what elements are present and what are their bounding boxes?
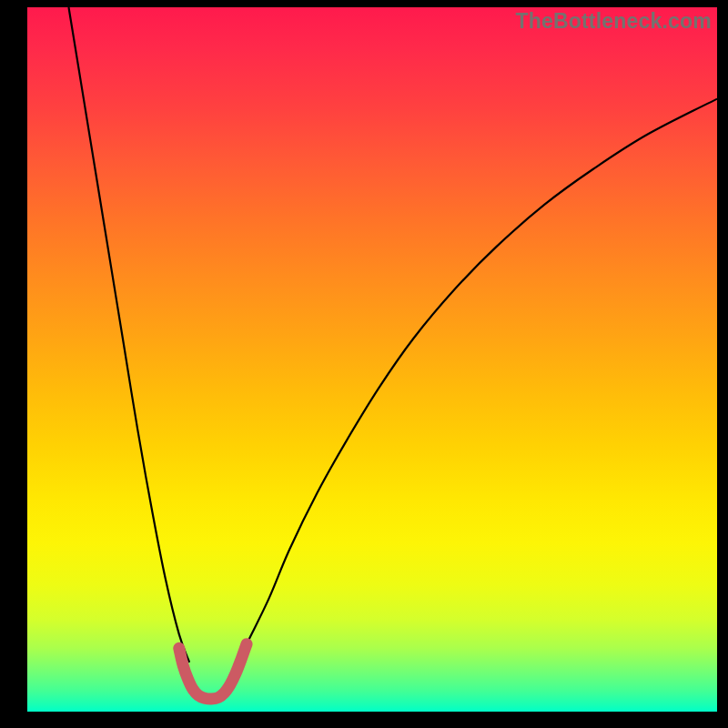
watermark-text: TheBottleneck.com (515, 9, 712, 34)
series-curve-left (68, 7, 189, 662)
chart-svg (27, 7, 717, 712)
series-bottom-highlight (179, 644, 247, 699)
series-curve-right (234, 99, 717, 670)
chart-background (27, 7, 717, 712)
